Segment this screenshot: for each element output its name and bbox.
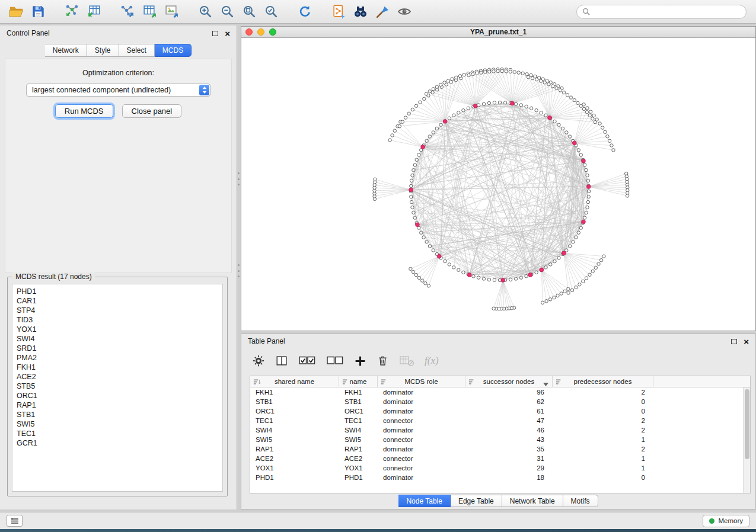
run-mcds-button[interactable]: Run MCDS	[55, 104, 113, 118]
plus-icon	[354, 355, 366, 367]
cell-successor-nodes: 35	[465, 446, 553, 453]
mcds-result-item[interactable]: SRD1	[17, 344, 218, 353]
table-row[interactable]: PHD1 PHD1 dominator 18 0	[250, 473, 743, 482]
scrollbar-thumb[interactable]	[745, 389, 749, 459]
import-table-button[interactable]	[85, 3, 103, 21]
mcds-result-item[interactable]: PHD1	[17, 287, 218, 296]
export-network-button[interactable]	[119, 3, 136, 21]
memory-button[interactable]: Memory	[703, 515, 749, 527]
mcds-result-item[interactable]: YOX1	[17, 325, 218, 334]
apply-style-button[interactable]	[374, 3, 391, 21]
cell-name: SWI4	[339, 427, 378, 434]
mcds-result-item[interactable]: RAP1	[17, 400, 218, 410]
mcds-result-item[interactable]: STB5	[17, 382, 218, 391]
mcds-result-item[interactable]: SWI5	[17, 419, 218, 429]
control-panel-tab[interactable]: Select	[119, 44, 155, 57]
table-scrollbar[interactable]	[743, 387, 750, 493]
close-panel-icon[interactable]: ×	[225, 29, 230, 38]
mcds-result-item[interactable]: SWI4	[17, 334, 218, 344]
table-row[interactable]: SWI4 SWI4 dominator 46 2	[250, 425, 743, 435]
paint-brush-icon	[375, 4, 390, 19]
criterion-select[interactable]: largest connected component (undirected)	[26, 84, 210, 97]
search-box[interactable]	[576, 5, 747, 19]
network-document-share-button[interactable]	[330, 3, 347, 21]
table-tab[interactable]: Node Table	[398, 495, 451, 507]
mcds-result-item[interactable]: STB1	[17, 410, 218, 419]
float-panel-icon[interactable]	[212, 31, 218, 36]
column-header-successor-nodes[interactable]: successor nodes	[465, 376, 553, 387]
column-header-name[interactable]: name	[339, 376, 378, 387]
mcds-result-item[interactable]: PMA2	[17, 353, 218, 363]
import-table-icon	[87, 4, 101, 19]
unselect-all-columns-button[interactable]	[326, 352, 344, 369]
show-hide-button[interactable]	[395, 3, 413, 21]
mcds-result-item[interactable]: CAR1	[17, 296, 218, 306]
function-builder-button-disabled: f(x)	[425, 352, 439, 369]
cell-name: SWI5	[339, 436, 378, 443]
table-body: FKH1 FKH1 dominator 96 2 STB1	[250, 387, 743, 493]
mcds-result-item[interactable]: ACE2	[17, 372, 218, 382]
table-row[interactable]: YOX1 YOX1 connector 29 1	[250, 463, 743, 473]
mcds-result-title: MCDS result (17 nodes)	[12, 273, 95, 281]
export-image-button[interactable]	[162, 3, 180, 21]
open-folder-button[interactable]	[7, 3, 25, 21]
zoom-out-button[interactable]	[218, 3, 236, 21]
table-row[interactable]: RAP1 RAP1 dominator 35 2	[250, 444, 743, 454]
export-image-icon	[164, 4, 179, 19]
select-all-columns-button[interactable]	[298, 352, 316, 369]
table-row[interactable]: STB1 STB1 dominator 62 0	[250, 397, 743, 406]
column-header-mcds-role[interactable]: MCDS role	[378, 376, 465, 387]
table-row[interactable]: ORC1 ORC1 dominator 61 0	[250, 406, 743, 416]
find-neighbors-button[interactable]	[352, 3, 369, 21]
mcds-result-item[interactable]: ORC1	[17, 391, 218, 400]
import-network-button[interactable]	[63, 3, 81, 21]
control-panel-tab[interactable]: Network	[45, 44, 87, 57]
window-close-button[interactable]	[245, 28, 253, 36]
refresh-layout-button[interactable]	[296, 3, 314, 21]
table-row[interactable]: TEC1 TEC1 connector 47 2	[250, 416, 743, 425]
table-panel: Table Panel ×	[241, 334, 756, 509]
mcds-result-item[interactable]: TEC1	[17, 429, 218, 438]
panel-menu-button[interactable]	[7, 515, 23, 527]
save-session-button[interactable]	[29, 3, 47, 21]
close-panel-button[interactable]: Close panel	[122, 104, 182, 118]
table-row[interactable]: FKH1 FKH1 dominator 96 2	[250, 387, 743, 397]
table-tab[interactable]: Network Table	[502, 495, 563, 507]
close-table-panel-icon[interactable]: ×	[744, 337, 749, 346]
zoom-selected-button[interactable]	[262, 3, 280, 21]
window-maximize-button[interactable]	[269, 28, 276, 36]
main-toolbar	[0, 0, 756, 24]
export-table-button[interactable]	[141, 3, 158, 21]
float-table-panel-icon[interactable]	[731, 339, 737, 344]
mcds-result-item[interactable]: GCR1	[17, 438, 218, 448]
mcds-result-item[interactable]: STP4	[17, 306, 218, 315]
table-settings-button[interactable]	[252, 352, 265, 369]
delete-table-icon	[399, 354, 414, 367]
table-row[interactable]: ACE2 ACE2 connector 31 1	[250, 454, 743, 463]
cell-predecessor-nodes: 2	[553, 389, 653, 396]
control-panel-tab[interactable]: MCDS	[155, 44, 192, 57]
mcds-result-item[interactable]: TID3	[17, 315, 218, 325]
delete-column-button[interactable]	[377, 352, 389, 369]
import-network-icon	[65, 4, 79, 19]
cell-successor-nodes: 61	[465, 408, 553, 415]
table-tab[interactable]: Edge Table	[451, 495, 502, 507]
eye-icon	[397, 4, 412, 19]
column-header-shared-name[interactable]: shared name	[250, 376, 339, 387]
table-tab[interactable]: Motifs	[563, 495, 598, 507]
window-minimize-button[interactable]	[257, 28, 264, 36]
zoom-selected-icon	[264, 4, 279, 19]
zoom-in-button[interactable]	[196, 3, 214, 21]
create-column-button[interactable]	[354, 352, 366, 369]
control-panel-tab[interactable]: Style	[87, 44, 119, 57]
delete-table-button-disabled	[399, 352, 414, 369]
table-row[interactable]: SWI5 SWI5 connector 43 1	[250, 435, 743, 444]
column-header-predecessor-nodes[interactable]: predecessor nodes	[553, 376, 653, 387]
search-input[interactable]	[593, 8, 741, 16]
cell-successor-nodes: 62	[465, 398, 553, 405]
network-view[interactable]	[241, 38, 755, 331]
zoom-fit-button[interactable]	[240, 3, 258, 21]
export-table-icon	[142, 4, 157, 19]
toggle-columns-button[interactable]	[275, 352, 288, 369]
mcds-result-item[interactable]: FKH1	[17, 363, 218, 372]
